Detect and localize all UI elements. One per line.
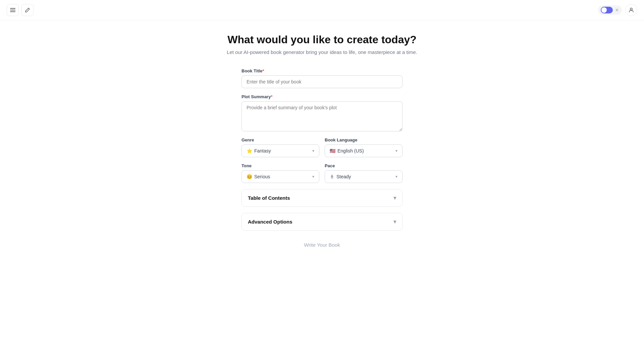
tone-label: Tone bbox=[241, 163, 319, 168]
language-value-left: 🇺🇸 English (US) bbox=[330, 148, 364, 154]
genre-value-left: ⭐ Fantasy bbox=[247, 148, 271, 154]
menu-button[interactable] bbox=[7, 4, 19, 16]
genre-language-row: Genre ⭐ Fantasy ▾ Book Language bbox=[241, 137, 402, 157]
plot-summary-group: Plot Summary* bbox=[241, 94, 402, 131]
plot-summary-input[interactable] bbox=[241, 101, 402, 131]
pace-icon: 🕯 bbox=[330, 174, 334, 179]
svg-rect-2 bbox=[10, 11, 15, 12]
svg-rect-1 bbox=[10, 10, 15, 10]
pace-chevron-icon: ▾ bbox=[395, 174, 397, 179]
page-title: What would you like to create today? bbox=[227, 34, 417, 46]
table-of-contents-accordion: Table of Contents ▾ bbox=[241, 189, 402, 207]
hero-section: What would you like to create today? Let… bbox=[227, 34, 417, 55]
genre-select[interactable]: ⭐ Fantasy ▾ bbox=[241, 144, 319, 157]
advanced-chevron-icon: ▾ bbox=[393, 219, 396, 225]
pace-label: Pace bbox=[325, 163, 402, 168]
required-marker-plot: * bbox=[271, 94, 272, 99]
tone-pace-row: Tone 😊 Serious ▾ Pace 🕯 bbox=[241, 163, 402, 183]
language-label: Book Language bbox=[325, 137, 402, 142]
tone-value-text: Serious bbox=[254, 174, 270, 179]
svg-point-3 bbox=[630, 8, 632, 10]
topbar-left bbox=[7, 4, 34, 16]
user-icon bbox=[629, 7, 634, 13]
pace-value-text: Steady bbox=[336, 174, 351, 179]
genre-group: Genre ⭐ Fantasy ▾ bbox=[241, 137, 319, 157]
write-your-book-button[interactable]: Write Your Book bbox=[301, 239, 342, 250]
table-of-contents-label: Table of Contents bbox=[248, 195, 290, 201]
menu-icon bbox=[10, 7, 15, 13]
required-marker: * bbox=[263, 68, 264, 73]
toggle-knob bbox=[601, 7, 607, 13]
plot-summary-label: Plot Summary* bbox=[241, 94, 402, 99]
pace-select-wrap: 🕯 Steady ▾ bbox=[325, 170, 402, 183]
advanced-options-header[interactable]: Advanced Options ▾ bbox=[242, 213, 402, 230]
genre-label: Genre bbox=[241, 137, 319, 142]
tone-chevron-icon: ▾ bbox=[312, 174, 314, 179]
tone-group: Tone 😊 Serious ▾ bbox=[241, 163, 319, 183]
sun-icon: ☀ bbox=[615, 7, 619, 13]
tone-value-left: 😊 Serious bbox=[247, 174, 270, 179]
theme-toggle-wrap: ☀ bbox=[598, 5, 622, 15]
svg-rect-0 bbox=[10, 8, 15, 9]
tone-select[interactable]: 😊 Serious ▾ bbox=[241, 170, 319, 183]
advanced-options-label: Advanced Options bbox=[248, 219, 292, 225]
page-subtitle: Let our AI-powered book generator bring … bbox=[227, 49, 417, 55]
edit-button[interactable] bbox=[21, 4, 34, 16]
book-title-group: Book Title* bbox=[241, 68, 402, 88]
genre-value-text: Fantasy bbox=[254, 148, 271, 154]
language-group: Book Language 🇺🇸 English (US) ▾ bbox=[325, 137, 402, 157]
topbar: ☀ bbox=[0, 0, 644, 20]
toc-chevron-icon: ▾ bbox=[393, 195, 396, 201]
language-select-wrap: 🇺🇸 English (US) ▾ bbox=[325, 144, 402, 157]
language-icon: 🇺🇸 bbox=[330, 148, 335, 154]
book-title-label: Book Title* bbox=[241, 68, 402, 73]
tone-icon: 😊 bbox=[247, 174, 252, 179]
book-title-input[interactable] bbox=[241, 75, 402, 88]
topbar-right: ☀ bbox=[598, 4, 637, 16]
user-button[interactable] bbox=[625, 4, 637, 16]
language-chevron-icon: ▾ bbox=[395, 148, 397, 153]
pace-group: Pace 🕯 Steady ▾ bbox=[325, 163, 402, 183]
edit-icon bbox=[25, 7, 30, 13]
theme-toggle[interactable] bbox=[601, 7, 613, 13]
genre-icon: ⭐ bbox=[247, 148, 252, 154]
form-card: Book Title* Plot Summary* Genre ⭐ Fantas… bbox=[241, 68, 402, 257]
table-of-contents-header[interactable]: Table of Contents ▾ bbox=[242, 189, 402, 206]
advanced-options-accordion: Advanced Options ▾ bbox=[241, 213, 402, 231]
genre-chevron-icon: ▾ bbox=[312, 148, 314, 153]
language-value-text: English (US) bbox=[337, 148, 364, 154]
language-select[interactable]: 🇺🇸 English (US) ▾ bbox=[325, 144, 402, 157]
tone-select-wrap: 😊 Serious ▾ bbox=[241, 170, 319, 183]
pace-value-left: 🕯 Steady bbox=[330, 174, 351, 179]
genre-select-wrap: ⭐ Fantasy ▾ bbox=[241, 144, 319, 157]
pace-select[interactable]: 🕯 Steady ▾ bbox=[325, 170, 402, 183]
write-button-wrap: Write Your Book bbox=[241, 237, 402, 257]
main-content: What would you like to create today? Let… bbox=[0, 0, 644, 257]
